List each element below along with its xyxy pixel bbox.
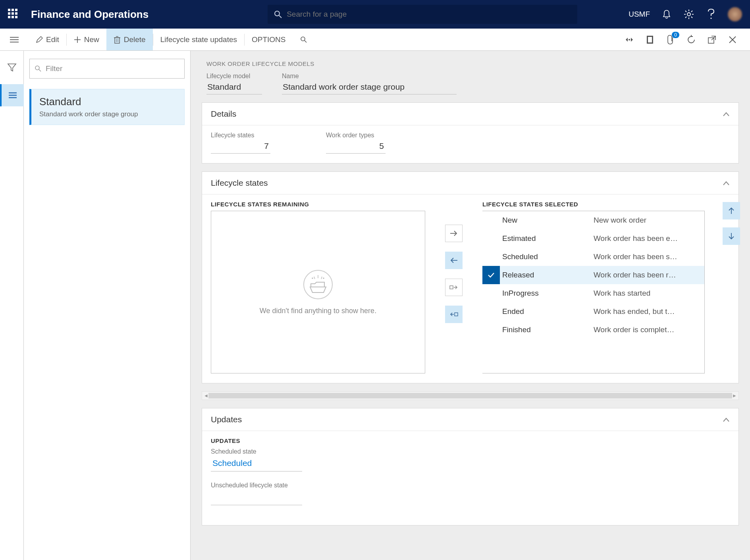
selected-row[interactable]: EndedWork has ended, but t… — [482, 302, 704, 321]
remove-all-button[interactable] — [445, 306, 463, 323]
name-label: Name — [282, 73, 457, 80]
selected-row[interactable]: ReleasedWork order has been r… — [482, 266, 704, 284]
lifecycle-states-header[interactable]: Lifecycle states — [202, 172, 738, 194]
global-search-input[interactable] — [287, 10, 571, 19]
list-item[interactable]: Standard Standard work order stage group — [29, 89, 185, 125]
details-title: Details — [211, 109, 236, 119]
svg-point-22 — [301, 37, 305, 41]
svg-rect-17 — [115, 38, 120, 43]
lifecycle-states-count-label: Lifecycle states — [211, 132, 270, 139]
edit-button[interactable]: Edit — [29, 29, 66, 50]
svg-point-26 — [629, 39, 630, 40]
selected-row[interactable]: InProgressWork has started — [482, 284, 704, 302]
details-header[interactable]: Details — [202, 103, 738, 125]
lifecycle-model-label: Lifecycle model — [206, 73, 262, 80]
svg-point-43 — [312, 278, 313, 279]
chevron-up-icon — [723, 415, 730, 424]
attachments-badge: 0 — [672, 32, 679, 38]
close-button[interactable] — [727, 34, 738, 45]
page-section-title: WORK ORDER LIFECYCLE MODELS — [206, 60, 734, 67]
selected-row-desc: Work has started — [594, 289, 704, 298]
selected-row[interactable]: NewNew work order — [482, 211, 704, 229]
unscheduled-state-value[interactable] — [211, 489, 302, 505]
arrow-down-icon — [728, 232, 735, 240]
lifecycle-model-value[interactable]: Standard — [206, 80, 262, 94]
list-item-title: Standard — [39, 96, 176, 108]
lifecycle-state-updates-button[interactable]: Lifecycle state updates — [153, 29, 244, 50]
check-icon — [482, 266, 500, 284]
add-all-button[interactable] — [445, 279, 463, 296]
name-value[interactable]: Standard work order stage group — [282, 80, 457, 94]
svg-line-23 — [305, 40, 307, 42]
settings-icon[interactable] — [683, 9, 694, 20]
new-button[interactable]: New — [67, 29, 106, 50]
move-up-button[interactable] — [723, 202, 740, 219]
move-down-button[interactable] — [723, 227, 740, 245]
horizontal-scrollbar[interactable]: ◄► — [202, 391, 739, 400]
delete-button[interactable]: Delete — [106, 29, 153, 50]
page-search-button[interactable] — [293, 29, 314, 50]
connector-icon[interactable] — [624, 34, 635, 45]
options-button[interactable]: OPTIONS — [245, 29, 293, 50]
add-selected-button[interactable] — [445, 225, 463, 242]
selected-row[interactable]: ScheduledWork order has been s… — [482, 248, 704, 266]
app-launcher-icon[interactable] — [8, 9, 19, 20]
user-avatar[interactable] — [728, 7, 742, 21]
main-content: WORK ORDER LIFECYCLE MODELS Lifecycle mo… — [191, 51, 750, 560]
action-pane: Edit New Delete Lifecycle state updates … — [0, 29, 750, 51]
selected-title: LIFECYCLE STATES SELECTED — [482, 201, 705, 208]
svg-point-0 — [275, 11, 280, 16]
svg-line-9 — [685, 17, 686, 18]
scheduled-state-value[interactable]: Scheduled — [211, 455, 302, 471]
remove-selected-button[interactable] — [445, 252, 463, 269]
pencil-icon — [36, 36, 43, 43]
refresh-button[interactable] — [686, 34, 697, 45]
selected-row-desc: Work order has been e… — [594, 234, 704, 243]
office-icon[interactable] — [644, 34, 656, 45]
selected-row-name: Finished — [502, 325, 594, 334]
remaining-list[interactable]: We didn't find anything to show here. — [211, 211, 425, 373]
svg-marker-24 — [626, 38, 628, 42]
svg-line-38 — [39, 69, 41, 71]
nav-collapse-button[interactable] — [0, 29, 29, 51]
svg-line-10 — [691, 11, 692, 12]
filter-placeholder: Filter — [46, 64, 62, 73]
selected-row-name: Released — [502, 271, 594, 279]
selected-list[interactable]: NewNew work orderEstimatedWork order has… — [482, 211, 705, 373]
funnel-icon — [7, 63, 17, 72]
selected-row-desc: Work order is complet… — [594, 325, 704, 334]
move-all-left-icon — [449, 311, 459, 318]
list-filter[interactable]: Filter — [29, 59, 185, 79]
filter-pane-button[interactable] — [0, 56, 24, 79]
svg-point-2 — [687, 13, 690, 16]
selected-row-desc: Work order has been r… — [594, 271, 704, 279]
new-label: New — [84, 35, 99, 44]
plus-icon — [74, 36, 81, 43]
svg-rect-49 — [455, 313, 458, 316]
remaining-title: LIFECYCLE STATES REMAINING — [211, 201, 425, 208]
svg-line-30 — [711, 36, 715, 40]
selected-row-desc: Work has ended, but t… — [594, 307, 704, 316]
work-order-types-count[interactable]: 5 — [326, 139, 386, 154]
selected-row-name: Estimated — [502, 234, 594, 243]
attachments-button[interactable]: 0 — [665, 34, 676, 45]
notifications-icon[interactable] — [661, 9, 672, 20]
selected-row-name: Scheduled — [502, 252, 594, 261]
global-search[interactable] — [268, 5, 577, 24]
list-pane-button[interactable] — [0, 84, 24, 106]
updates-header[interactable]: Updates — [202, 408, 738, 431]
help-icon[interactable] — [706, 9, 717, 20]
company-selector[interactable]: USMF — [629, 10, 650, 19]
popout-button[interactable] — [706, 34, 717, 45]
updates-panel: Updates UPDATES Scheduled state Schedule… — [202, 408, 739, 525]
options-label: OPTIONS — [252, 35, 286, 44]
remaining-empty-text: We didn't find anything to show here. — [260, 307, 376, 315]
lifecycle-updates-label: Lifecycle state updates — [160, 35, 237, 44]
scheduled-state-label: Scheduled state — [211, 448, 730, 455]
work-order-types-count-label: Work order types — [326, 132, 386, 139]
svg-line-40 — [314, 277, 315, 279]
selected-row[interactable]: FinishedWork order is complet… — [482, 321, 704, 339]
lifecycle-states-count[interactable]: 7 — [211, 139, 270, 154]
selected-row[interactable]: EstimatedWork order has been e… — [482, 229, 704, 248]
selected-row-name: Ended — [502, 307, 594, 316]
